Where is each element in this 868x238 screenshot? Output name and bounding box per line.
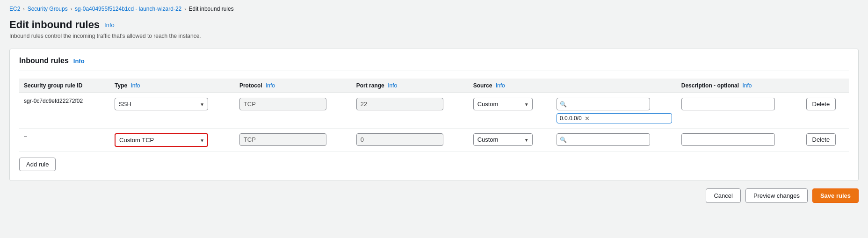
type-select-1[interactable]: SSH Custom TCP HTTP HTTPS All traffic	[115, 98, 208, 110]
source-cell-2: Custom Anywhere-IPv4 Anywhere-IPv6 My IP…	[469, 129, 552, 152]
card-header: Inbound rules Info	[19, 57, 849, 71]
source-search-wrapper-1: 🔍	[557, 98, 672, 110]
footer-actions: Cancel Preview changes Save rules	[9, 188, 859, 203]
delete-button-2[interactable]: Delete	[806, 133, 836, 146]
source-select-wrapper-2: Custom Anywhere-IPv4 Anywhere-IPv6 My IP…	[473, 133, 533, 146]
source-select-1[interactable]: Custom Anywhere-IPv4 Anywhere-IPv6 My IP	[473, 98, 533, 110]
source-search-wrapper-2: 🔍	[557, 133, 672, 146]
source-select-2[interactable]: Custom Anywhere-IPv4 Anywhere-IPv6 My IP	[473, 133, 533, 146]
rules-table: Security group rule ID Type Info Protoco…	[19, 79, 849, 152]
source-search-cell-2: 🔍	[552, 129, 677, 152]
ip-tag-remove-1[interactable]: ✕	[585, 115, 590, 122]
col-header-description: Description - optional Info	[677, 79, 802, 93]
source-ip-container-1: 🔍 0.0.0.0/0 ✕	[557, 98, 672, 123]
desc-input-2[interactable]	[681, 133, 775, 146]
type-cell-1: SSH Custom TCP HTTP HTTPS All traffic ▼	[110, 93, 235, 129]
card-info-link[interactable]: Info	[73, 58, 85, 65]
table-header-row: Security group rule ID Type Info Protoco…	[19, 79, 849, 93]
col-type-info[interactable]: Info	[131, 82, 140, 89]
col-header-port-range: Port range Info	[352, 79, 469, 93]
cancel-button[interactable]: Cancel	[706, 188, 740, 203]
col-source-info[interactable]: Info	[496, 82, 505, 89]
col-header-actions	[802, 79, 849, 93]
col-desc-info[interactable]: Info	[742, 82, 752, 89]
port-input-1	[356, 98, 443, 110]
source-search-input-1[interactable]	[557, 98, 650, 110]
source-search-icon-1: 🔍	[560, 101, 567, 108]
breadcrumb-chevron-3: ›	[184, 7, 186, 12]
delete-cell-2: Delete	[802, 129, 849, 152]
breadcrumb: EC2 › Security Groups › sg-0a404955f5124…	[9, 6, 859, 12]
source-select-wrapper-1: Custom Anywhere-IPv4 Anywhere-IPv6 My IP…	[473, 98, 533, 110]
protocol-cell-2	[235, 129, 352, 152]
col-header-source: Source Info	[469, 79, 552, 93]
port-cell-1	[352, 93, 469, 129]
col-header-source-value	[552, 79, 677, 93]
col-header-type: Type Info	[110, 79, 235, 93]
desc-cell-1	[677, 93, 802, 129]
breadcrumb-security-groups[interactable]: Security Groups	[28, 6, 68, 12]
inbound-rules-card: Inbound rules Info Security group rule I…	[9, 49, 859, 181]
breadcrumb-chevron-2: ›	[71, 7, 72, 12]
col-protocol-info[interactable]: Info	[266, 82, 275, 89]
col-port-info[interactable]: Info	[388, 82, 397, 89]
type-select-wrapper-1: SSH Custom TCP HTTP HTTPS All traffic ▼	[115, 98, 208, 110]
protocol-cell-1	[235, 93, 352, 129]
breadcrumb-sg-id[interactable]: sg-0a404955f5124b1cd - launch-wizard-22	[75, 6, 181, 12]
source-cell-1: Custom Anywhere-IPv4 Anywhere-IPv6 My IP…	[469, 93, 552, 129]
protocol-input-1	[239, 98, 326, 110]
ip-tag-1: 0.0.0.0/0 ✕	[557, 113, 672, 123]
page-title: Edit inbound rules	[9, 19, 100, 31]
port-input-2[interactable]	[356, 133, 443, 146]
table-row: sgr-0c7dc9efd22272f02 SSH Custom TCP HTT…	[19, 93, 849, 129]
col-header-protocol: Protocol Info	[235, 79, 352, 93]
type-select-wrapper-2: Custom TCP SSH HTTP HTTPS All traffic ▼	[115, 133, 208, 147]
type-cell-2: Custom TCP SSH HTTP HTTPS All traffic ▼	[110, 129, 235, 152]
col-header-rule-id: Security group rule ID	[19, 79, 110, 93]
type-select-2[interactable]: Custom TCP SSH HTTP HTTPS All traffic	[115, 133, 208, 147]
port-cell-2	[352, 129, 469, 152]
delete-cell-1: Delete	[802, 93, 849, 129]
card-title: Inbound rules	[19, 57, 69, 65]
ip-tag-value-1: 0.0.0.0/0	[560, 115, 582, 122]
preview-changes-button[interactable]: Preview changes	[745, 188, 808, 203]
delete-button-1[interactable]: Delete	[806, 98, 836, 110]
rule-id-cell-1: sgr-0c7dc9efd22272f02	[19, 93, 110, 129]
breadcrumb-ec2[interactable]: EC2	[9, 6, 20, 12]
protocol-input-2	[239, 133, 326, 146]
page-title-info-link[interactable]: Info	[104, 22, 115, 29]
desc-cell-2	[677, 129, 802, 152]
source-search-cell-1: 🔍 0.0.0.0/0 ✕	[552, 93, 677, 129]
breadcrumb-chevron-1: ›	[23, 7, 24, 12]
source-search-icon-2: 🔍	[560, 137, 567, 143]
add-rule-button[interactable]: Add rule	[19, 158, 56, 171]
page-subtitle: Inbound rules control the incoming traff…	[9, 33, 859, 39]
breadcrumb-current: Edit inbound rules	[189, 6, 234, 12]
page-title-area: Edit inbound rules Info	[9, 19, 859, 31]
rule-id-cell-2: –	[19, 129, 110, 152]
save-rules-button[interactable]: Save rules	[812, 188, 859, 203]
source-search-input-2[interactable]	[557, 133, 650, 146]
table-row: – Custom TCP SSH HTTP HTTPS All traffic …	[19, 129, 849, 152]
desc-input-1[interactable]	[681, 98, 775, 110]
